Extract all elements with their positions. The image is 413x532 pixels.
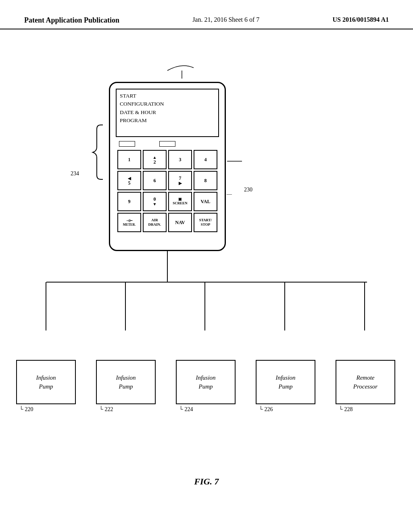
display-line-4: PROGRAM [120,116,215,125]
key-2[interactable]: 2 [143,150,167,169]
figure-label: FIG. 7 [194,476,219,487]
key-2-label: 2 [154,160,156,164]
key-nav[interactable]: NAV [168,213,192,232]
key-air-drain-label: AIRDRAIN. [148,218,161,227]
publication-label: Patent Application Publication [24,16,119,25]
key-nav-label: NAV [175,220,185,225]
box-220-label2: Pump [39,382,53,391]
box-228-label2: Processor [353,382,378,391]
box-222-label1: Infusion [116,373,136,382]
key-start-stop-label: START/STOP [199,218,212,227]
box-224-wrapper: Infusion Pump └ 224 [176,360,236,413]
key-6[interactable]: 6 [143,171,167,190]
page-header: Patent Application Publication Jan. 21, … [0,0,413,29]
box-226-wrapper: Infusion Pump └ 226 [256,360,315,413]
key-3-label: 3 [179,157,181,162]
key-0[interactable]: 0 [143,192,167,211]
input-box-left[interactable] [119,141,135,147]
input-row [116,141,219,147]
patent-number-label: US 2016/0015894 A1 [332,16,389,23]
key-8-label: 8 [204,178,207,183]
box-228-wrapper: Remote Processor └ 228 [336,360,395,413]
key-7-label: 7 [179,176,181,181]
box-224-label1: Infusion [196,373,215,382]
key-1-label: 1 [128,157,131,162]
box-226-label2: Pump [279,382,293,391]
key-5[interactable]: 5 [117,171,141,190]
key-screen-label: ▣ SCREEN [173,197,188,206]
ref-230-dash: — [227,191,232,197]
key-6-label: 6 [154,178,156,183]
box-222-wrapper: Infusion Pump └ 222 [96,360,156,413]
arrow-down-icon [153,202,157,206]
box-224-label2: Pump [199,382,213,391]
key-9[interactable]: 9 [117,192,141,211]
date-sheet-label: Jan. 21, 2016 Sheet 6 of 7 [192,16,259,23]
box-228-label1: Remote [357,373,375,382]
key-4[interactable]: 4 [194,150,217,169]
device-panel-232: START CONFIGURATION DATE & HOUR PROGRAM … [109,82,226,251]
box-220-label1: Infusion [36,373,56,382]
key-9-label: 9 [128,199,131,204]
key-4-label: 4 [204,157,207,162]
box-226-label1: Infusion [275,373,295,382]
key-1[interactable]: 1 [117,150,141,169]
ref-230: 230 [244,187,252,193]
key-val-label: VAL [201,199,211,204]
diagram-area: 232 — START CONFIGURATION DATE & HOUR PR… [0,29,413,513]
box-220-wrapper: Infusion Pump └ 220 [16,360,76,413]
box-224: Infusion Pump [176,360,236,404]
key-5-label: 5 [128,181,131,185]
box-220: Infusion Pump [16,360,76,404]
bottom-boxes: Infusion Pump └ 220 Infusion Pump └ 222 … [16,360,395,413]
key-3[interactable]: 3 [168,150,192,169]
key-0-label: 0 [154,197,156,202]
arrow-right-icon [179,181,182,185]
display-line-1: START [120,92,215,100]
box-222: Infusion Pump [96,360,156,404]
display-screen: START CONFIGURATION DATE & HOUR PROGRAM [116,89,219,137]
ref-234: 234 [71,170,79,177]
ref-222: └ 222 [99,406,113,413]
box-226: Infusion Pump [256,360,315,404]
ref-228: └ 228 [339,406,353,413]
input-box-right[interactable] [159,141,175,147]
key-meter[interactable]: ⊣⊢ METER. [117,213,141,232]
ref-226: └ 226 [259,406,273,413]
key-air-drain[interactable]: AIRDRAIN. [143,213,167,232]
box-228: Remote Processor [336,360,395,404]
key-meter-label: ⊣⊢ METER. [123,219,136,227]
key-val[interactable]: VAL [194,192,217,211]
ref-224: └ 224 [179,406,193,413]
key-start-stop[interactable]: START/STOP [194,213,217,232]
keypad: 1 2 3 4 5 6 7 [116,150,219,232]
display-line-3: DATE & HOUR [120,108,215,116]
key-screen[interactable]: ▣ SCREEN [168,192,192,211]
key-7[interactable]: 7 [168,171,192,190]
key-8[interactable]: 8 [194,171,217,190]
box-222-label2: Pump [119,382,133,391]
display-line-2: CONFIGURATION [120,100,215,108]
ref-220: └ 220 [19,406,33,413]
